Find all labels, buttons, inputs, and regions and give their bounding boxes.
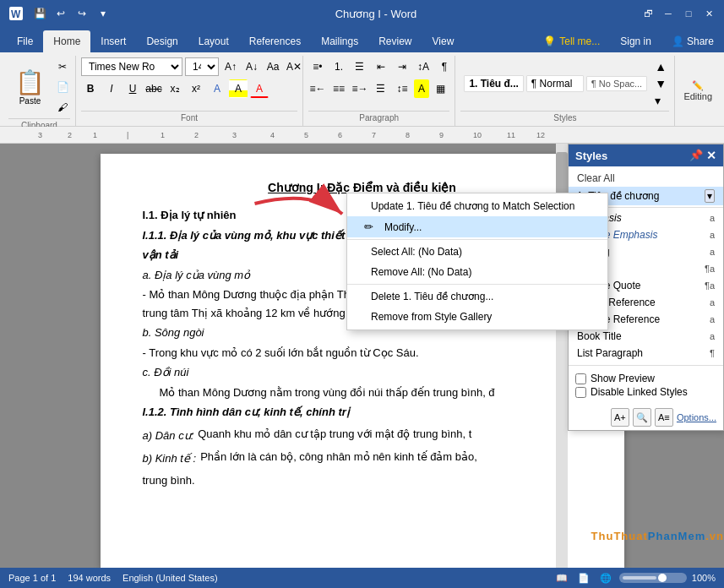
maximize-button[interactable]: □ (680, 5, 697, 22)
tab-layout[interactable]: Layout (188, 30, 239, 52)
multilevel-button[interactable]: ☰ (351, 57, 369, 76)
justify-button[interactable]: ☰ (372, 79, 390, 98)
superscript-button[interactable]: x² (187, 79, 205, 98)
customize-icon[interactable]: ▾ (94, 4, 112, 23)
align-left-button[interactable]: ≡← (308, 79, 327, 98)
styles-close-button[interactable]: ✕ (706, 149, 716, 162)
tab-design[interactable]: Design (136, 30, 188, 52)
clear-format-button[interactable]: A✕ (285, 57, 303, 76)
doc-para-3: Mỏ than Mông Dương nằm trong vùng đồi nú… (160, 384, 582, 401)
styles-label: Styles (460, 111, 669, 124)
web-layout-button[interactable]: 🌐 (597, 569, 614, 586)
editing-group[interactable]: ✏️ Editing (675, 56, 721, 126)
zoom-slider[interactable] (619, 573, 687, 583)
ruler-mark-7r: 7 (372, 131, 376, 139)
subscript-button[interactable]: x₂ (166, 79, 184, 98)
ruler-mark-4r: 4 (270, 131, 275, 139)
format-painter-button[interactable]: 🖌 (53, 98, 72, 117)
tab-home[interactable]: Home (43, 30, 90, 52)
paste-icon: 📋 (15, 68, 45, 96)
print-layout-button[interactable]: 📄 (575, 569, 592, 586)
ctx-update-item[interactable]: Update 1. Tiêu đề chương to Match Select… (347, 196, 607, 216)
manage-styles-button[interactable]: A≡ (655, 408, 673, 427)
ctx-remove-all-item[interactable]: Remove All: (No Data) (347, 262, 607, 282)
font-color-button[interactable]: A (250, 79, 269, 98)
ribbon-tabs: File Home Insert Design Layout Reference… (0, 27, 724, 52)
show-preview-checkbox[interactable]: Show Preview (575, 373, 716, 384)
style-item-list-paragraph[interactable]: List Paragraph ¶ (569, 345, 723, 362)
clipboard-buttons: ✂ 📄 🖌 (53, 57, 72, 117)
tab-insert[interactable]: Insert (90, 30, 136, 52)
underline-button[interactable]: U (123, 79, 142, 98)
align-right-button[interactable]: ≡→ (351, 79, 369, 98)
strikethrough-button[interactable]: abc (144, 79, 163, 98)
styles-expand[interactable]: ▾ (652, 93, 669, 108)
options-button[interactable]: Options... (677, 412, 716, 422)
numbering-button[interactable]: 1. (329, 57, 348, 76)
shading-button[interactable]: A (414, 79, 429, 98)
minimize-button[interactable]: ─ (660, 5, 677, 22)
bullets-button[interactable]: ≡• (308, 57, 327, 76)
bold-button[interactable]: B (81, 79, 100, 98)
tab-review[interactable]: Review (368, 30, 422, 52)
ruler-mark-9r: 9 (439, 131, 444, 139)
style-row1: 1. Tiêu đ... ¶ Normal ¶ No Spac... (464, 75, 647, 92)
restore-button[interactable]: 🗗 (640, 5, 656, 22)
style-inspector-button[interactable]: 🔍 (633, 408, 651, 427)
save-icon[interactable]: 💾 (30, 4, 49, 23)
doc-heading-b2: b) Kinh tế : (143, 450, 197, 467)
font-size-select[interactable]: 14 (185, 57, 219, 76)
tab-view[interactable]: View (422, 30, 465, 52)
paragraph-label: Paragraph (308, 111, 449, 124)
title-bar-left: W 💾 ↩ ↪ ▾ (7, 4, 112, 23)
decrease-indent-button[interactable]: ⇤ (372, 57, 390, 76)
disable-linked-checkbox[interactable]: Disable Linked Styles (575, 386, 716, 398)
close-button[interactable]: ✕ (700, 5, 717, 22)
borders-button[interactable]: ▦ (432, 79, 450, 98)
ruler-mark-6r: 6 (338, 131, 342, 139)
highlight-button[interactable]: A (229, 79, 248, 98)
redo-icon[interactable]: ↪ (73, 4, 91, 23)
tab-references[interactable]: References (239, 30, 311, 52)
ctx-modify-item[interactable]: ✏ Modify... (347, 216, 607, 237)
show-marks-button[interactable]: ¶ (435, 57, 454, 76)
disable-linked-input[interactable] (575, 387, 586, 398)
doc-para-5-cont: trung bình. (143, 472, 582, 489)
styles-pin-icon[interactable]: 📌 (689, 149, 703, 162)
font-name-select[interactable]: Times New Ro (81, 57, 182, 76)
ruler-mark-11r: 11 (507, 131, 515, 139)
share-button[interactable]: 👤 Share (661, 30, 724, 52)
ctx-select-all-item[interactable]: Select All: (No Data) (347, 242, 607, 262)
style-dropdown-icon[interactable]: ▾ (705, 189, 715, 203)
align-center-button[interactable]: ≡≡ (329, 79, 348, 98)
change-case-button[interactable]: Aa (264, 57, 282, 76)
tab-mailings[interactable]: Mailings (311, 30, 368, 52)
styles-scroll-up[interactable]: ▲ (652, 59, 669, 74)
clear-all-button[interactable]: Clear All (569, 170, 723, 187)
tab-tell-me[interactable]: 💡 Tell me... (533, 30, 610, 52)
style-normal[interactable]: ¶ Normal (526, 75, 584, 92)
sign-in-button[interactable]: Sign in (610, 30, 661, 52)
new-style-button[interactable]: A+ (611, 408, 629, 427)
paste-button[interactable]: 📋 Paste (8, 67, 52, 107)
ruler-mark-1r: 1 (161, 131, 165, 139)
undo-icon[interactable]: ↩ (52, 4, 70, 23)
line-spacing-button[interactable]: ↕≡ (393, 79, 411, 98)
show-preview-input[interactable] (575, 373, 586, 384)
text-effects-button[interactable]: A (208, 79, 226, 98)
style-item-book-title[interactable]: Book Title a (569, 328, 723, 345)
increase-font-button[interactable]: A↑ (221, 57, 240, 76)
increase-indent-button[interactable]: ⇥ (393, 57, 411, 76)
tab-file[interactable]: File (7, 30, 43, 52)
italic-button[interactable]: I (102, 79, 121, 98)
style-nospace[interactable]: ¶ No Spac... (586, 76, 647, 91)
read-mode-button[interactable]: 📖 (553, 569, 570, 586)
copy-button[interactable]: 📄 (53, 78, 72, 96)
style-tieude[interactable]: 1. Tiêu đ... (464, 75, 523, 92)
sort-button[interactable]: ↕A (414, 57, 433, 76)
ctx-remove-gallery-item[interactable]: Remove from Style Gallery (347, 307, 607, 327)
decrease-font-button[interactable]: A↓ (242, 57, 261, 76)
ctx-delete-item[interactable]: Delete 1. Tiêu đề chương... (347, 286, 607, 307)
styles-scroll-down[interactable]: ▼ (652, 76, 669, 91)
cut-button[interactable]: ✂ (53, 57, 72, 76)
